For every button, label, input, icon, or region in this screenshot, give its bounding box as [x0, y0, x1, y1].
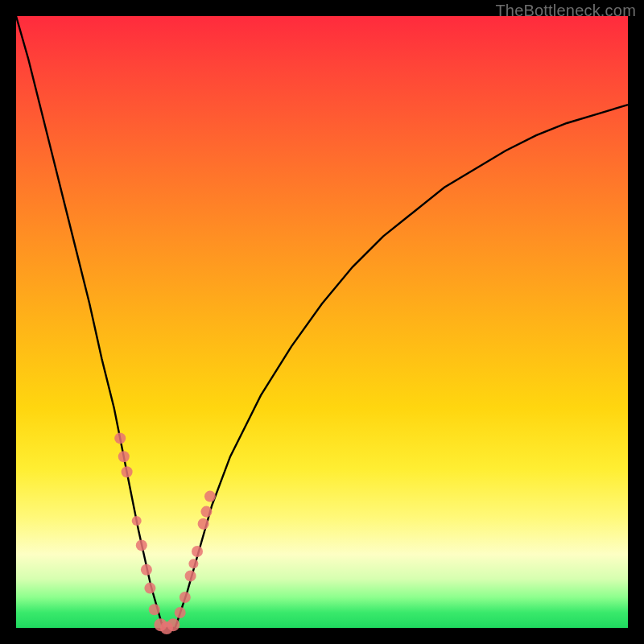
- scatter-point: [114, 432, 126, 444]
- scatter-point: [141, 564, 152, 576]
- scatter-point: [204, 491, 216, 502]
- scatter-point: [198, 518, 209, 530]
- scatter-point: [167, 618, 180, 631]
- scatter-point: [185, 570, 196, 581]
- plot-area: [16, 16, 628, 628]
- scatter-points: [114, 432, 216, 634]
- scatter-point: [136, 539, 147, 551]
- scatter-point: [175, 607, 186, 618]
- bottleneck-curve: [16, 16, 628, 628]
- scatter-point: [149, 604, 160, 615]
- scatter-point: [144, 583, 155, 594]
- scatter-point: [192, 546, 203, 557]
- scatter-point: [180, 592, 191, 603]
- scatter-point: [200, 506, 212, 518]
- scatter-point: [118, 451, 130, 462]
- chart-frame: TheBottleneck.com: [0, 0, 644, 644]
- watermark-text: TheBottleneck.com: [495, 2, 636, 20]
- scatter-point: [122, 466, 133, 477]
- scatter-point: [132, 516, 142, 526]
- scatter-point: [188, 559, 198, 568]
- chart-svg: [16, 16, 628, 628]
